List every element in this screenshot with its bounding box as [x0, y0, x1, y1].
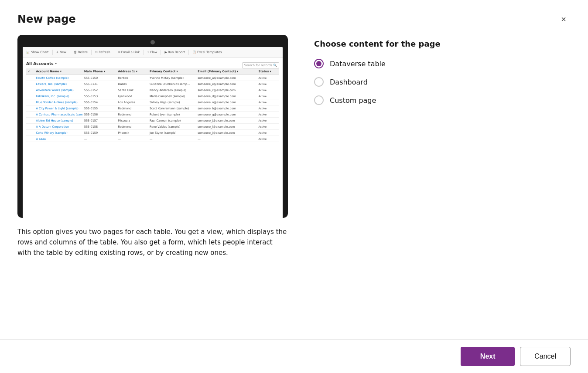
row-check — [26, 118, 34, 124]
table-cell: 555-0156 — [82, 112, 116, 118]
radio-dataverse[interactable]: Dataverse table — [314, 59, 571, 68]
radio-custom[interactable]: Custom page — [314, 95, 571, 105]
table-cell: Adventure Works (sample) — [34, 87, 82, 93]
table-row: Fabrikam, Inc. (sample)555-0153LynnwoodM… — [26, 93, 279, 99]
row-check — [26, 124, 34, 130]
col-email: Email (Primary Contact) ▾ — [196, 68, 256, 75]
table-row: A City Power & Light (sample)555-0155Red… — [26, 105, 279, 112]
toolbar-excel: 📋 Excel Templates — [192, 51, 222, 54]
camera-dot — [150, 40, 155, 44]
next-button[interactable]: Next — [461, 347, 515, 366]
table-body: Fourth Coffee (sample)555-0150RentonYvon… — [26, 75, 279, 142]
toolbar-email: ✉ Email a Link — [118, 51, 140, 54]
search-icon: 🔍 — [273, 64, 277, 67]
table-cell: Redmond — [116, 124, 147, 130]
radio-circle-dashboard — [314, 77, 324, 87]
table-cell: someone_n@example.com — [196, 99, 256, 105]
table-cell: 555-0158 — [82, 124, 116, 130]
table-cell: Missoula — [116, 118, 147, 124]
table-cell: someone_j@example.com — [196, 118, 256, 124]
table-cell: Active — [257, 112, 279, 118]
table-cell: Dallas — [116, 81, 147, 87]
table-cell: Active — [257, 81, 279, 87]
table-cell: Santa Cruz — [116, 87, 147, 93]
row-check — [26, 75, 34, 81]
col-address: Address 1: ▾ — [116, 68, 147, 75]
table-cell: Redmond — [116, 105, 147, 112]
table-cell: Active — [257, 75, 279, 81]
table-cell: Maria Campbell (sample) — [148, 93, 196, 99]
table-cell: Scott Konersmann (sample) — [148, 105, 196, 112]
table-cell: someone_j@example.com — [196, 130, 256, 136]
col-check: ✓ — [26, 68, 34, 75]
left-panel: 📊 Show Chart + New 🗑 Delete ↻ Refresh ✉ … — [17, 35, 288, 339]
table-cell: Paul Cannon (sample) — [148, 118, 196, 124]
table-cell: Robert Lyon (sample) — [148, 112, 196, 118]
table-row: Alpine Ski House (sample)555-0157Missoul… — [26, 118, 279, 124]
preview-container: 📊 Show Chart + New 🗑 Delete ↻ Refresh ✉ … — [17, 35, 288, 218]
choose-content-title: Choose content for the page — [314, 39, 571, 48]
preview-toolbar: 📊 Show Chart + New 🗑 Delete ↻ Refresh ✉ … — [23, 47, 283, 58]
table-row: Blue Yonder Airlines (sample)555-0154Los… — [26, 99, 279, 105]
table-header-row: ✓ Account Name ▾ Main Phone ▾ Address 1:… — [26, 68, 279, 75]
table-cell: Redmond — [116, 112, 147, 118]
toolbar-sep-5 — [143, 50, 144, 55]
chevron-icon: ▾ — [55, 62, 57, 65]
toolbar-refresh: ↻ Refresh — [95, 51, 110, 54]
table-cell: Fabrikam, Inc. (sample) — [34, 93, 82, 99]
radio-dashboard[interactable]: Dashboard — [314, 77, 571, 87]
table-cell: 555-0150 — [82, 75, 116, 81]
new-page-dialog: New page × 📊 Show Chart + New 🗑 Delete ↻… — [0, 0, 588, 373]
radio-label-dataverse: Dataverse table — [330, 60, 386, 68]
radio-label-dashboard: Dashboard — [330, 78, 368, 86]
table-cell: A City Power & Light (sample) — [34, 105, 82, 112]
toolbar-show-chart: 📊 Show Chart — [26, 51, 49, 54]
toolbar-new: + New — [56, 51, 66, 54]
table-cell: Los Angeles — [116, 99, 147, 105]
table-cell: 555-0152 — [82, 87, 116, 93]
table-cell: — — [116, 136, 147, 142]
col-status: Status ▾ — [257, 68, 279, 75]
table-cell: Fourth Coffee (sample) — [34, 75, 82, 81]
preview-screen: 📊 Show Chart + New 🗑 Delete ↻ Refresh ✉ … — [23, 47, 283, 218]
table-cell: Active — [257, 118, 279, 124]
table-row: Fourth Coffee (sample)555-0150RentonYvon… — [26, 75, 279, 81]
accounts-table: ✓ Account Name ▾ Main Phone ▾ Address 1:… — [26, 68, 279, 142]
table-cell: Active — [257, 99, 279, 105]
table-cell: Susanna Stubberud (samp... — [148, 81, 196, 87]
table-cell: Active — [257, 124, 279, 130]
table-cell: Alpine Ski House (sample) — [34, 118, 82, 124]
dialog-body: 📊 Show Chart + New 🗑 Delete ↻ Refresh ✉ … — [0, 35, 588, 339]
table-cell: Active — [257, 105, 279, 112]
table-cell: 555-0154 — [82, 99, 116, 105]
content-type-radio-group: Dataverse table Dashboard Custom page — [314, 59, 571, 105]
table-cell: Coho Winery (sample) — [34, 130, 82, 136]
table-cell: Rene Valdes (sample) — [148, 124, 196, 130]
description-text: This option gives you two pages for each… — [17, 227, 288, 258]
toolbar-sep-6 — [161, 50, 161, 55]
table-cell: Nancy Anderson (sample) — [148, 87, 196, 93]
right-panel: Choose content for the page Dataverse ta… — [314, 35, 571, 339]
table-cell: someone_g@example.com — [196, 112, 256, 118]
col-contact: Primary Contact ▾ — [148, 68, 196, 75]
table-cell: 555-0153 — [82, 93, 116, 99]
radio-label-custom: Custom page — [330, 96, 376, 105]
search-bar: Search for records 🔍 — [242, 62, 279, 68]
cancel-button[interactable]: Cancel — [520, 347, 571, 366]
table-cell: Renton — [116, 75, 147, 81]
close-button[interactable]: × — [557, 12, 571, 26]
search-text: Search for records — [244, 64, 272, 67]
table-cell: Active — [257, 93, 279, 99]
table-cell: Lynnwood — [116, 93, 147, 99]
row-check — [26, 99, 34, 105]
table-cell: — — [148, 136, 196, 142]
table-cell: someone_l@example.com — [196, 124, 256, 130]
table-cell: — — [196, 136, 256, 142]
toolbar-sep-2 — [70, 50, 70, 55]
table-cell: Active — [257, 130, 279, 136]
toolbar-sep-4 — [114, 50, 114, 55]
table-cell: Litware, Inc. (sample) — [34, 81, 82, 87]
accounts-header: All Accounts ▾ — [26, 61, 279, 66]
table-cell: Phoenix — [116, 130, 147, 136]
table-cell: 555-0155 — [82, 105, 116, 112]
